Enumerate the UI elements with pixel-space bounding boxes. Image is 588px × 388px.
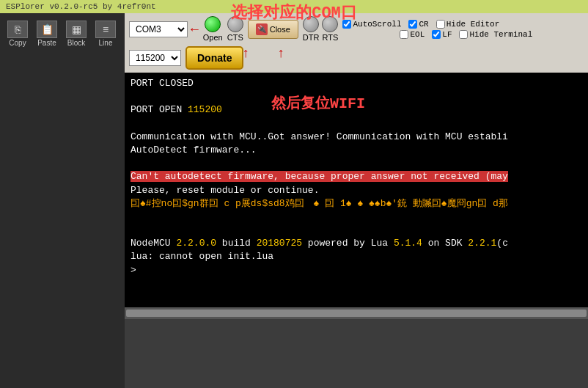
cts-indicator [227, 16, 243, 32]
close-icon: 🔌 [256, 23, 268, 35]
baud-donate-group: 115200 9600 57600 Donate [129, 46, 243, 70]
hide-editor-checkbox[interactable] [436, 20, 445, 29]
terminal-line [131, 157, 582, 170]
horizontal-scrollbar[interactable] [125, 307, 588, 319]
checkboxes-area: AutoScroll CR Hide Editor EOL [342, 20, 532, 39]
terminal-line: > [131, 264, 582, 277]
terminal-line: NodeMCU 2.2.0.0 build 20180725 powered b… [131, 237, 582, 250]
terminal[interactable]: PORT CLOSED PORT OPEN 115200 Communicati… [125, 73, 588, 307]
hide-editor-checkbox-label[interactable]: Hide Editor [436, 20, 500, 29]
eol-checkbox-label[interactable]: EOL [400, 30, 425, 39]
block-icon: ▦ [66, 21, 87, 38]
donate-button[interactable]: Donate [185, 46, 243, 70]
title-bar: ESPlorer v0.2.0-rc5 by 4refr0nt [0, 0, 588, 13]
terminal-line: lua: cannot open init.lua [131, 250, 582, 263]
terminal-line: 囙♠#控no囙$gn群囙 c p展ds$sd8鸡囙 ♠ 囙 1♠ ♠ ♠♠b♠'… [131, 197, 582, 211]
open-button[interactable]: Open [203, 16, 223, 42]
eol-checkbox[interactable] [400, 30, 408, 39]
lf-checkbox-label[interactable]: LF [432, 30, 452, 39]
lf-checkbox[interactable] [432, 30, 441, 39]
autoscroll-checkbox-label[interactable]: AutoScroll [342, 20, 401, 29]
rts-indicator [322, 16, 338, 32]
com-port-select[interactable]: COM3 [129, 21, 188, 37]
copy-icon: ⎘ [7, 21, 28, 38]
autoscroll-checkbox[interactable] [342, 20, 351, 29]
terminal-line: PORT CLOSED [131, 77, 582, 90]
dtr-rts-pair: DTR RTS [303, 16, 339, 42]
hide-terminal-checkbox[interactable] [459, 30, 468, 39]
dtr-button[interactable]: DTR [303, 16, 320, 42]
terminal-line: PORT OPEN 115200 [131, 103, 582, 117]
cr-checkbox-label[interactable]: CR [408, 20, 428, 29]
close-button[interactable]: 🔌 Close [248, 20, 298, 39]
sidebar-toolbar: ⎘ Copy 📋 Paste ▦ Block ≡ Line [3, 16, 122, 51]
open-indicator [205, 16, 221, 32]
line-icon: ≡ [95, 21, 116, 38]
terminal-line: Communication with MCU..Got answer! Comm… [131, 131, 582, 144]
checkbox-row-2: EOL LF Hide Terminal [342, 30, 532, 39]
baud-rate-select[interactable]: 115200 9600 57600 [129, 50, 181, 66]
com-arrow: ← [191, 22, 199, 37]
paste-icon: 📋 [37, 21, 57, 38]
cr-checkbox[interactable] [408, 20, 417, 29]
paste-button[interactable]: 📋 Paste [34, 19, 60, 48]
checkbox-row-1: AutoScroll CR Hide Editor [342, 20, 532, 29]
sidebar: ⎘ Copy 📋 Paste ▦ Block ≡ Line [0, 13, 125, 388]
copy-button[interactable]: ⎘ Copy [4, 19, 31, 48]
arrow-baud: ↑ [277, 46, 285, 61]
cts-button[interactable]: CTS [227, 16, 243, 42]
com-toolbar: COM3 ← Open CTS 🔌 Close ↑ [125, 13, 588, 73]
terminal-line [131, 224, 582, 237]
terminal-wrapper: 然后复位WIFI PORT CLOSED PORT OPEN 115200 Co… [125, 73, 588, 307]
terminal-line: Please, reset module or continue. [131, 184, 582, 197]
baud-row: 115200 9600 57600 Donate [129, 46, 243, 70]
title-text: ESPlorer v0.2.0-rc5 by 4refr0nt [6, 2, 156, 11]
dtr-rts-group: DTR RTS [303, 16, 339, 42]
hide-terminal-checkbox-label[interactable]: Hide Terminal [459, 30, 532, 39]
com-port-group: COM3 ← [129, 21, 199, 37]
dtr-indicator [303, 16, 319, 32]
terminal-line [131, 90, 582, 103]
terminal-line: AutoDetect firmware... [131, 144, 582, 157]
close-button-container: 🔌 Close ↑ ↑ [248, 20, 298, 39]
scrollbar-thumb[interactable] [126, 310, 587, 317]
terminal-line: Can't autodetect firmware, because prope… [131, 170, 582, 183]
terminal-line [131, 211, 582, 224]
line-button[interactable]: ≡ Line [92, 19, 119, 48]
rts-button[interactable]: RTS [322, 16, 338, 42]
right-panel: COM3 ← Open CTS 🔌 Close ↑ [125, 13, 588, 388]
block-button[interactable]: ▦ Block [63, 19, 89, 48]
terminal-line [131, 117, 582, 131]
